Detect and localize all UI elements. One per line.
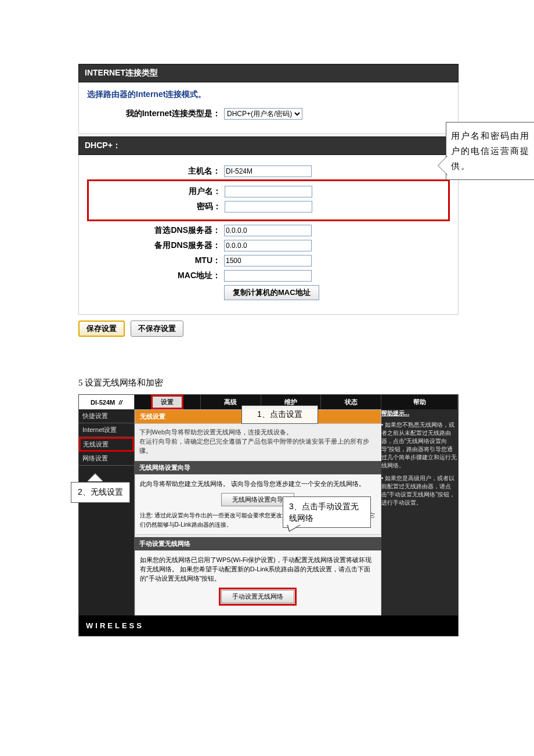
- copy-mac-button[interactable]: 复制计算机的MAC地址: [224, 285, 319, 300]
- manual-button-highlight: 手动设置无线网络: [219, 588, 297, 606]
- credentials-highlight-box: 用户名： 密码：: [87, 179, 450, 221]
- save-row: 保存设置 不保存设置: [78, 321, 459, 337]
- select-mode-heading: 选择路由器的Internet连接模式。: [87, 89, 450, 100]
- hostname-input[interactable]: [224, 165, 312, 177]
- sidebar-item-quick[interactable]: 快捷设置: [79, 409, 134, 423]
- connection-type-select[interactable]: DHCP+(用户名/密码): [224, 108, 302, 120]
- username-label: 用户名：: [92, 186, 225, 197]
- callout-credentials-note: 用户名和密码由用户的电信运营商提供。: [446, 122, 534, 180]
- intro-text: 下列Web向导将帮助您设置无线网络，连接无线设备。 在运行向导前，请确定您已完全…: [135, 424, 381, 459]
- mtu-input[interactable]: [224, 255, 312, 267]
- primary-dns-input[interactable]: [224, 225, 312, 236]
- callout-click-manual: 3、点击手动设置无线网络: [283, 496, 371, 528]
- manual-heading: 手动设置无线网络: [135, 537, 381, 550]
- discard-settings-button[interactable]: 不保存设置: [131, 321, 183, 337]
- username-input[interactable]: [225, 186, 312, 197]
- tab-settings[interactable]: 设置: [151, 395, 183, 409]
- tab-status[interactable]: 状态: [321, 395, 381, 409]
- step-5-heading: 5 设置无线网络和加密: [78, 377, 534, 388]
- password-input[interactable]: [225, 201, 312, 213]
- sidebar-item-internet[interactable]: Internet设置: [79, 423, 134, 437]
- section-title-dhcp: DHCP+：: [78, 136, 459, 155]
- secondary-dns-input[interactable]: [224, 240, 312, 251]
- footer-brand: WIRELESS: [79, 615, 458, 636]
- tab-help[interactable]: 帮助: [381, 395, 458, 409]
- secondary-dns-label: 备用DNS服务器：: [87, 240, 224, 251]
- internet-type-card: 选择路由器的Internet连接模式。 我的Internet连接类型是： DHC…: [78, 82, 459, 134]
- hostname-label: 主机名：: [87, 166, 224, 177]
- help-sidebar: 帮助提示... • 如果您不熟悉无线网络，或者之前从未配置过无线路由器，点击"无…: [381, 409, 458, 615]
- help-paragraph-2: • 如果您是高级用户，或者以前配置过无线路由器，请点击"手动设置无线网络"按钮，…: [381, 474, 458, 507]
- sidebar-item-wireless[interactable]: 无线设置: [79, 437, 134, 452]
- model-label: DI-524M: [91, 399, 115, 406]
- manual-body: 如果您的无线网络已启用了WPS(Wi-Fi保护设置)，手动配置无线网络设置将破坏…: [135, 550, 381, 615]
- help-paragraph-1: • 如果您不熟悉无线网络，或者之前从未配置过无线路由器，点击"无线网络设置向导"…: [381, 421, 458, 470]
- callout-wireless-settings: 2、无线设置: [71, 482, 130, 503]
- sidebar-item-network[interactable]: 网络设置: [79, 452, 134, 466]
- mtu-label: MTU：: [87, 255, 224, 266]
- wizard-heading: 无线网络设置向导: [135, 461, 381, 474]
- mac-input[interactable]: [224, 270, 312, 282]
- router-wireless-panel: DI-524M // 设置 高级 维护 状态 帮助 快捷设置 Internet设…: [78, 394, 459, 636]
- callout-click-settings: 1、点击设置: [241, 405, 318, 424]
- mac-label: MAC地址：: [87, 271, 224, 281]
- manual-wireless-button[interactable]: 手动设置无线网络: [221, 590, 294, 603]
- internet-settings-panel: INTERNET连接类型 选择路由器的Internet连接模式。 我的Inter…: [78, 64, 459, 337]
- dhcp-card: 主机名： 用户名： 密码： 首选DNS服务器： 备用DNS服务器：: [78, 155, 459, 315]
- password-label: 密码：: [92, 201, 225, 212]
- save-settings-button[interactable]: 保存设置: [78, 321, 125, 337]
- primary-dns-label: 首选DNS服务器：: [87, 225, 224, 236]
- section-title-internet: INTERNET连接类型: [78, 64, 459, 82]
- my-connection-type-label: 我的Internet连接类型是：: [87, 109, 224, 119]
- sidebar: 快捷设置 Internet设置 无线设置 网络设置: [79, 409, 134, 615]
- help-heading: 帮助提示...: [381, 409, 458, 417]
